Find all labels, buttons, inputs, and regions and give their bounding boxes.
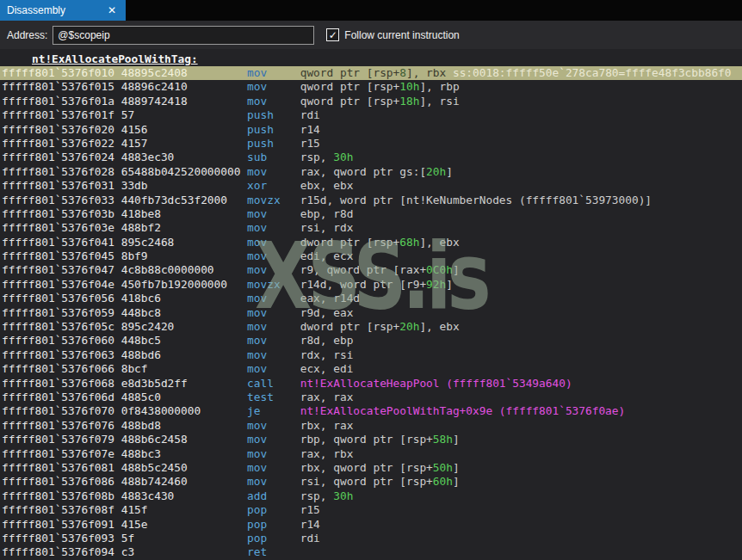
- operand-segment: qword ptr [rsp+: [300, 95, 400, 108]
- disasm-row[interactable]: fffff801`5376f086 488b742460 mov rsi, qw…: [0, 475, 742, 489]
- disasm-row[interactable]: fffff801`5376f020 4156 push r14: [0, 123, 742, 137]
- address-and-bytes: fffff801`5376f020 4156: [2, 123, 247, 136]
- mnemonic: push: [247, 108, 300, 121]
- disasm-row[interactable]: fffff801`5376f045 8bf9 mov edi, ecx: [0, 249, 742, 263]
- disasm-row[interactable]: fffff801`5376f093 5f pop rdi: [0, 532, 742, 545]
- mnemonic: mov: [247, 207, 300, 220]
- operand-segment: dword ptr [rsp+: [300, 236, 400, 249]
- operand-segment: rsp,: [300, 489, 334, 502]
- operand-segment: 0C0h: [426, 263, 453, 276]
- address-and-bytes: fffff801`5376f07e 488bc3: [2, 447, 247, 460]
- address-and-bytes: fffff801`5376f091 415e: [2, 518, 247, 531]
- address-and-bytes: fffff801`5376f081 488b5c2450: [2, 461, 247, 474]
- tab-bar: Disassembly ✕: [0, 0, 742, 21]
- address-and-bytes: fffff801`5376f03b 418be8: [2, 207, 247, 220]
- address-and-bytes: fffff801`5376f031 33db: [2, 179, 247, 192]
- operand-segment: ], rsi: [419, 95, 459, 108]
- disasm-row[interactable]: fffff801`5376f08f 415f pop r15: [0, 503, 742, 517]
- disasm-row[interactable]: fffff801`5376f066 8bcf mov ecx, edi: [0, 362, 742, 376]
- disasm-row[interactable]: fffff801`5376f07e 488bc3 mov rax, rbx: [0, 447, 742, 461]
- operand-segment: rbp, qword ptr [rsp+: [300, 433, 433, 446]
- close-icon[interactable]: ✕: [105, 4, 119, 16]
- tab-title: Disassembly: [7, 4, 105, 16]
- disasm-row[interactable]: fffff801`5376f01a 4889742418 mov qword p…: [0, 95, 742, 108]
- disasm-row[interactable]: fffff801`5376f03b 418be8 mov ebp, r8d: [0, 207, 742, 221]
- disasm-row[interactable]: fffff801`5376f081 488b5c2450 mov rbx, qw…: [0, 461, 742, 475]
- address-and-bytes: fffff801`5376f022 4157: [2, 137, 247, 150]
- operand-segment: qword ptr [rsp+: [300, 80, 400, 93]
- mnemonic: mov: [247, 320, 300, 333]
- disasm-row[interactable]: fffff801`5376f06d 4885c0 test rax, rax: [0, 391, 742, 404]
- disasm-row[interactable]: fffff801`5376f033 440fb73dc53f2000 movzx…: [0, 194, 742, 207]
- operand-segment: ]: [453, 475, 460, 488]
- operand-segment: ss:0018:fffff50e`278ca780=ffffe48f3cbb86…: [453, 66, 732, 79]
- disasm-row[interactable]: fffff801`5376f091 415e pop r14: [0, 518, 742, 532]
- operand-segment: eax, r14d: [300, 292, 360, 305]
- disasm-row[interactable]: fffff801`5376f03e 488bf2 mov rsi, rdx: [0, 221, 742, 235]
- address-and-bytes: fffff801`5376f094 c3: [2, 545, 247, 558]
- operand-segment: ]: [453, 263, 460, 276]
- mnemonic: mov: [247, 221, 300, 234]
- mnemonic: je: [247, 404, 300, 417]
- disasm-row[interactable]: fffff801`5376f068 e8d3b5d2ff call nt!ExA…: [0, 377, 742, 391]
- tab-disassembly[interactable]: Disassembly ✕: [0, 0, 126, 21]
- disasm-row[interactable]: fffff801`5376f041 895c2468 mov dword ptr…: [0, 236, 742, 249]
- disasm-row[interactable]: fffff801`5376f060 448bc5 mov r8d, ebp: [0, 334, 742, 348]
- address-input[interactable]: [53, 26, 314, 45]
- disasm-row[interactable]: fffff801`5376f05c 895c2420 mov dword ptr…: [0, 320, 742, 334]
- address-and-bytes: fffff801`5376f024 4883ec30: [2, 151, 247, 163]
- operand-segment: 20h: [399, 320, 419, 333]
- mnemonic: mov: [247, 461, 300, 474]
- disasm-row[interactable]: fffff801`5376f059 448bc8 mov r9d, eax: [0, 306, 742, 320]
- disasm-row[interactable]: fffff801`5376f04e 450fb7b192000000 movzx…: [0, 278, 742, 292]
- mnemonic: mov: [247, 348, 300, 361]
- disasm-row[interactable]: fffff801`5376f028 65488b042520000000 mov…: [0, 165, 742, 179]
- disasm-row[interactable]: fffff801`5376f022 4157 push r15: [0, 137, 742, 151]
- follow-current-instruction-checkbox[interactable]: ✓: [326, 28, 339, 41]
- disasm-row[interactable]: fffff801`5376f070 0f8438000000 je nt!ExA…: [0, 404, 742, 418]
- mnemonic: mov: [247, 433, 300, 446]
- address-and-bytes: fffff801`5376f01a 4889742418: [2, 95, 247, 108]
- disasm-row-current[interactable]: fffff801`5376f010 48895c2408 mov qword p…: [0, 66, 742, 80]
- disasm-row[interactable]: fffff801`5376f024 4883ec30 sub rsp, 30h: [0, 151, 742, 164]
- address-and-bytes: fffff801`5376f08f 415f: [2, 503, 247, 516]
- address-and-bytes: fffff801`5376f06d 4885c0: [2, 391, 247, 403]
- address-label: Address:: [7, 29, 47, 41]
- address-and-bytes: fffff801`5376f068 e8d3b5d2ff: [2, 377, 247, 390]
- address-and-bytes: fffff801`5376f041 895c2468: [2, 236, 247, 249]
- operand-segment: 30h: [333, 151, 353, 163]
- disasm-row[interactable]: fffff801`5376f031 33db xor ebx, ebx: [0, 179, 742, 193]
- operand-segment: ecx, edi: [300, 362, 354, 375]
- disassembly-window: Disassembly ✕ Address: ✓ Follow current …: [0, 0, 742, 560]
- disasm-row[interactable]: fffff801`5376f056 418bc6 mov eax, r14d: [0, 292, 742, 305]
- operand-segment: rax, rax: [300, 391, 354, 403]
- disasm-row[interactable]: fffff801`5376f079 488b6c2458 mov rbp, qw…: [0, 433, 742, 446]
- address-and-bytes: fffff801`5376f015 48896c2410: [2, 80, 247, 93]
- operand-segment: rax, qword ptr gs:[: [300, 165, 426, 178]
- operand-segment: 50h: [433, 461, 453, 474]
- operand-segment: ]: [446, 278, 453, 291]
- operand-segment: 58h: [433, 433, 453, 446]
- mnemonic: movzx: [247, 194, 300, 206]
- operand-segment: qword ptr [rsp+: [300, 66, 400, 79]
- disasm-row[interactable]: fffff801`5376f01f 57 push rdi: [0, 108, 742, 122]
- operand-segment: rsp,: [300, 151, 334, 163]
- disassembly-view[interactable]: nt!ExAllocatePoolWithTag: fffff801`5376f…: [0, 49, 742, 560]
- operand-segment: 30h: [333, 489, 353, 502]
- disasm-row[interactable]: fffff801`5376f08b 4883c430 add rsp, 30h: [0, 489, 742, 503]
- operand-segment: rbx, qword ptr [rsp+: [300, 461, 433, 474]
- mnemonic: mov: [247, 263, 300, 276]
- disasm-row[interactable]: fffff801`5376f015 48896c2410 mov qword p…: [0, 80, 742, 94]
- disasm-row[interactable]: fffff801`5376f076 488bd8 mov rbx, rax: [0, 419, 742, 433]
- address-and-bytes: fffff801`5376f059 448bc8: [2, 306, 247, 319]
- toolbar: Address: ✓ Follow current instruction: [0, 21, 742, 49]
- address-and-bytes: fffff801`5376f063 488bd6: [2, 348, 247, 361]
- disasm-row[interactable]: fffff801`5376f063 488bd6 mov rdx, rsi: [0, 348, 742, 362]
- operand-segment: r15d, word ptr [nt!KeNumberNodes (fffff8…: [300, 194, 652, 206]
- address-and-bytes: fffff801`5376f01f 57: [2, 108, 247, 121]
- operand-segment: 68h: [399, 236, 419, 249]
- disasm-row[interactable]: fffff801`5376f094 c3 ret: [0, 545, 742, 559]
- disasm-row[interactable]: fffff801`5376f047 4c8b88c0000000 mov r9,…: [0, 263, 742, 277]
- operand-segment: r9d, eax: [300, 306, 354, 319]
- address-and-bytes: fffff801`5376f028 65488b042520000000: [2, 165, 247, 178]
